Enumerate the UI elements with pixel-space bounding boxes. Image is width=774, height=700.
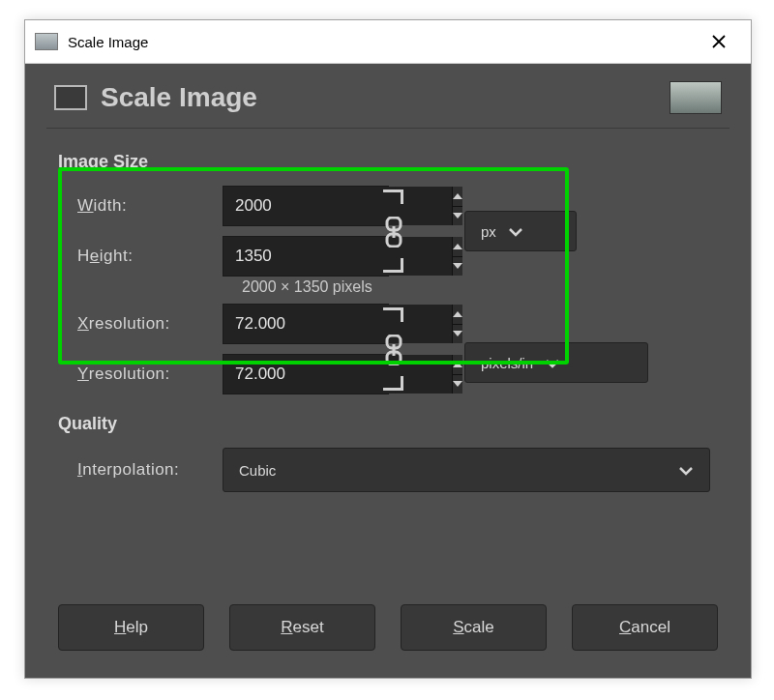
width-label: Width:: [58, 196, 223, 216]
close-icon: [712, 35, 726, 48]
xres-step-up[interactable]: [453, 305, 462, 325]
scale-image-dialog: Scale Image Scale Image Image Size Width…: [24, 19, 752, 679]
height-spinner[interactable]: [223, 236, 389, 277]
width-input[interactable]: [223, 187, 452, 225]
titlebar: Scale Image: [25, 20, 751, 64]
interpolation-value: Cubic: [239, 462, 276, 479]
chevron-down-icon: [678, 462, 694, 479]
resolution-lock[interactable]: [377, 307, 410, 391]
width-step-down[interactable]: [453, 207, 462, 226]
resolution-unit-select[interactable]: pixels/in: [464, 342, 648, 383]
width-step-up[interactable]: [453, 187, 462, 207]
app-icon: [35, 33, 58, 50]
scale-button[interactable]: Scale: [401, 604, 547, 651]
chain-icon: [383, 217, 404, 248]
dialog-title: Scale Image: [101, 82, 257, 113]
height-input[interactable]: [223, 237, 452, 276]
interpolation-label: Interpolation:: [58, 460, 223, 480]
dialog-header: Scale Image: [25, 64, 751, 128]
quality-heading: Quality: [58, 414, 724, 434]
cancel-button[interactable]: Cancel: [572, 604, 718, 651]
y-resolution-spinner[interactable]: [223, 354, 389, 394]
interpolation-select[interactable]: Cubic: [223, 448, 710, 492]
x-resolution-input[interactable]: [223, 305, 452, 343]
size-unit-value: px: [481, 223, 496, 240]
resolution-unit-value: pixels/in: [481, 355, 533, 371]
height-step-up[interactable]: [453, 237, 462, 257]
size-unit-select[interactable]: px: [464, 211, 577, 251]
x-resolution-spinner[interactable]: [223, 304, 389, 344]
image-size-heading: Image Size: [58, 152, 724, 172]
aspect-lock[interactable]: [377, 190, 410, 273]
reset-button[interactable]: Reset: [229, 604, 375, 651]
y-resolution-label: Y resolution:: [58, 365, 223, 384]
xres-step-down[interactable]: [453, 325, 462, 344]
x-resolution-label: X resolution:: [58, 314, 223, 334]
help-button[interactable]: Help: [58, 604, 204, 651]
height-step-down[interactable]: [453, 257, 462, 277]
window-title: Scale Image: [68, 34, 148, 50]
scale-icon: [54, 85, 87, 110]
height-label: Height:: [58, 247, 223, 266]
close-button[interactable]: [697, 20, 741, 63]
yres-step-up[interactable]: [453, 355, 462, 375]
y-resolution-input[interactable]: [223, 355, 452, 394]
image-thumbnail: [670, 81, 722, 114]
yres-step-down[interactable]: [453, 375, 462, 394]
chevron-down-icon: [508, 223, 523, 240]
chevron-down-icon: [545, 355, 560, 371]
chain-icon: [383, 335, 404, 365]
width-spinner[interactable]: [223, 186, 389, 226]
